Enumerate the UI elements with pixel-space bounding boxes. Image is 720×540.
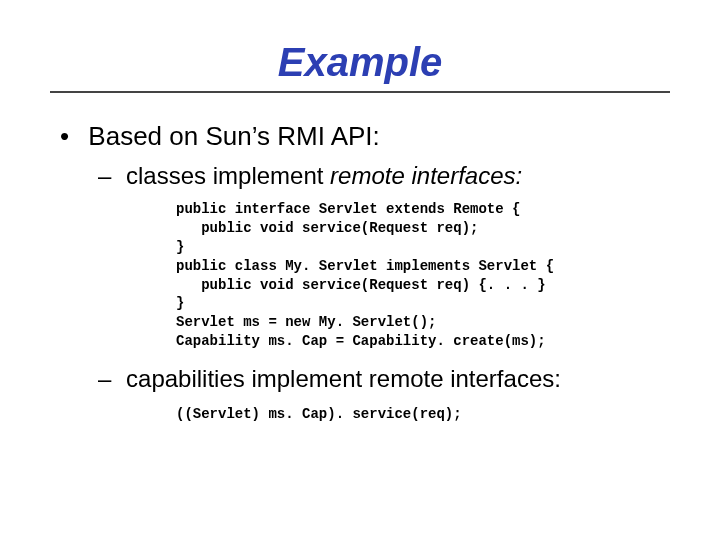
slide-title: Example <box>278 40 443 84</box>
bullet-sub1-italic: remote interfaces: <box>330 162 522 189</box>
bullet-list-level1: Based on Sun’s RMI API: – classes implem… <box>60 121 670 424</box>
dash-icon: – <box>98 162 111 189</box>
bullet-sub1: – classes implement remote interfaces: p… <box>98 162 670 351</box>
bullet-sub1-prefix: classes implement <box>126 162 330 189</box>
slide: Example Based on Sun’s RMI API: – classe… <box>0 0 720 540</box>
bullet-list-level2: – classes implement remote interfaces: p… <box>98 162 670 424</box>
title-wrap: Example <box>50 40 670 85</box>
code-block-2: ((Servlet) ms. Cap). service(req); <box>176 405 670 424</box>
title-divider <box>50 91 670 93</box>
bullet-top: Based on Sun’s RMI API: – classes implem… <box>60 121 670 424</box>
code-block-1: public interface Servlet extends Remote … <box>176 200 670 351</box>
bullet-top-text: Based on Sun’s RMI API: <box>88 121 379 151</box>
bullet-sub2-text: capabilities implement remote interfaces… <box>126 365 561 392</box>
dash-icon: – <box>98 365 111 392</box>
bullet-sub2: – capabilities implement remote interfac… <box>98 365 670 424</box>
